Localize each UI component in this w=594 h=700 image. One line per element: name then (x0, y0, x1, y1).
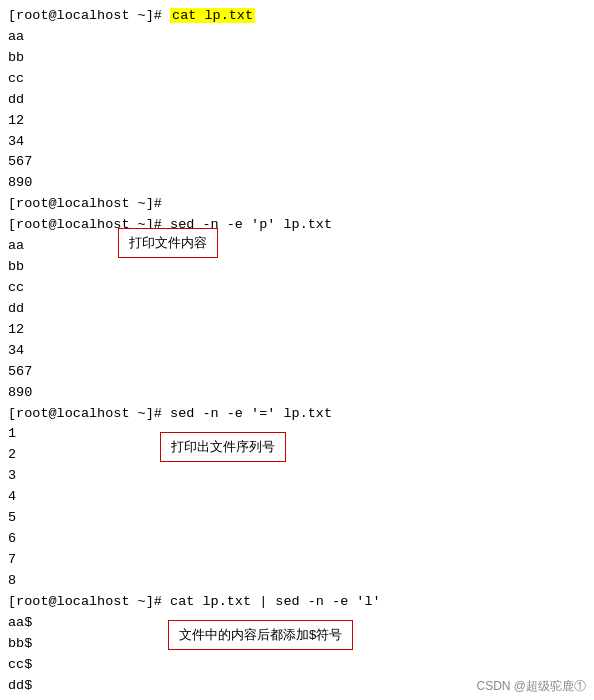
annotation-dollar-sign: 文件中的内容后都添加$符号 (168, 620, 353, 650)
terminal-line: 12 (8, 111, 586, 132)
terminal-line: aa (8, 27, 586, 48)
watermark: CSDN @超级驼鹿① (476, 677, 586, 696)
terminal-line: [root@localhost ~]# cat lp.txt | sed -n … (8, 592, 586, 613)
terminal-line: cc (8, 69, 586, 90)
terminal-line: 5 (8, 508, 586, 529)
terminal-line: [root@localhost ~]# sed -n -e '=' lp.txt (8, 404, 586, 425)
terminal-line: 4 (8, 487, 586, 508)
terminal-line: 567 (8, 152, 586, 173)
terminal-line: 6 (8, 529, 586, 550)
terminal-line: bb (8, 48, 586, 69)
terminal-line: aa (8, 236, 586, 257)
terminal-window: [root@localhost ~]# cat lp.txt aa bb cc … (0, 0, 594, 700)
terminal-line: dd (8, 90, 586, 111)
terminal-line: 34 (8, 341, 586, 362)
terminal-line: bb (8, 257, 586, 278)
terminal-line: 7 (8, 550, 586, 571)
prompt: [root@localhost ~]# (8, 8, 170, 23)
annotation-print-line-number: 打印出文件序列号 (160, 432, 286, 462)
terminal-line: dd (8, 299, 586, 320)
terminal-line: [root@localhost ~]# (8, 194, 586, 215)
terminal-line: 2 (8, 445, 586, 466)
terminal-line: cc$ (8, 655, 586, 676)
terminal-line: 8 (8, 571, 586, 592)
command-highlight: cat lp.txt (170, 8, 255, 23)
terminal-line: 890 (8, 383, 586, 404)
terminal-line: 1 (8, 424, 586, 445)
terminal-line: 12 (8, 320, 586, 341)
terminal-line: 890 (8, 173, 586, 194)
terminal-line: cc (8, 278, 586, 299)
terminal-line: 3 (8, 466, 586, 487)
terminal-line: [root@localhost ~]# cat lp.txt (8, 6, 586, 27)
terminal-line: 34 (8, 132, 586, 153)
terminal-line: [root@localhost ~]# sed -n -e 'p' lp.txt (8, 215, 586, 236)
terminal-line: 567 (8, 362, 586, 383)
annotation-print-content: 打印文件内容 (118, 228, 218, 258)
